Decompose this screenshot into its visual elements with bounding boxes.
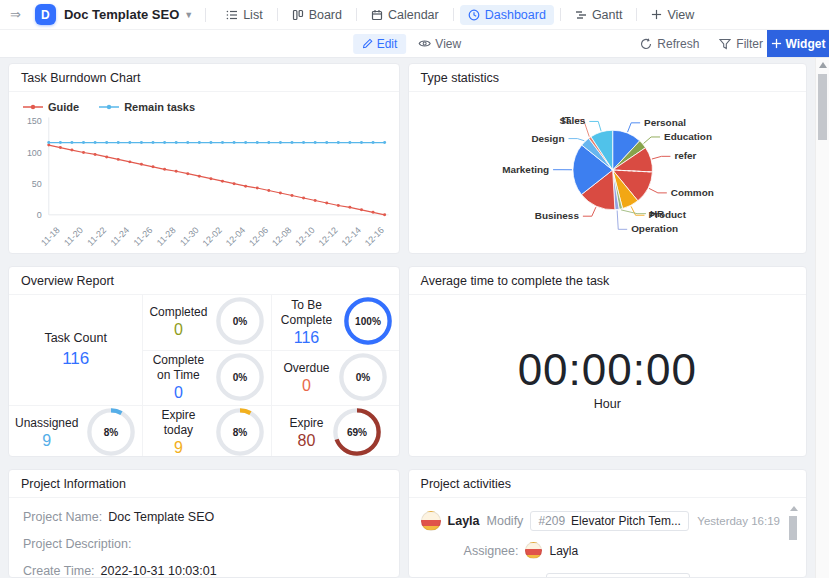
type-statistics-pie-svg: PersonalEducationreferCommonProductHROpe… <box>409 92 806 252</box>
svg-text:0: 0 <box>37 210 42 220</box>
panel-title: Task Burndown Chart <box>9 64 399 92</box>
tab-board[interactable]: Board <box>284 5 350 25</box>
progress-ring-svg: 8% <box>215 407 265 457</box>
scrollbar-thumb[interactable] <box>789 516 797 540</box>
progress-ring-svg: 0% <box>215 352 265 402</box>
activity-row: Miranda Modify #202 Change of Shift Re..… <box>421 566 780 578</box>
divider <box>356 8 357 21</box>
panel-title: Average time to complete the task <box>409 267 806 295</box>
svg-text:8%: 8% <box>104 426 119 437</box>
panel-overview-report: Overview Report Task Count 116 Completed… <box>8 266 400 457</box>
divider <box>205 8 206 22</box>
panel-title: Project Information <box>9 470 399 498</box>
panel-task-burndown: Task Burndown Chart Guide Remain tasks 0… <box>8 63 400 254</box>
assignee-name: Layla <box>549 544 578 558</box>
legend-item-remain-tasks[interactable]: Remain tasks <box>99 101 195 113</box>
progress-ring: 8% <box>86 407 136 458</box>
view-button[interactable]: View <box>418 37 461 51</box>
overview-cell-completed: Completed0 0% <box>142 295 271 350</box>
refresh-button[interactable]: Refresh <box>640 37 699 51</box>
tab-list[interactable]: List <box>218 5 270 25</box>
svg-text:50: 50 <box>32 179 42 189</box>
burndown-legend: Guide Remain tasks <box>9 92 399 113</box>
panel-project-information: Project Information Project Name: Doc Te… <box>8 469 400 578</box>
legend-mark-guide <box>23 103 43 111</box>
add-widget-button[interactable]: Widget <box>767 30 829 57</box>
scrollbar-thumb[interactable] <box>818 74 827 140</box>
svg-text:100: 100 <box>27 148 42 158</box>
svg-text:11-24: 11-24 <box>108 225 131 248</box>
widget-label: Widget <box>786 37 826 51</box>
task-ref: #209 <box>538 514 565 528</box>
tab-list-label: List <box>243 8 262 22</box>
svg-text:11-28: 11-28 <box>155 225 178 248</box>
filter-label: Filter <box>736 37 763 51</box>
divider <box>277 8 278 21</box>
tab-dashboard[interactable]: Dashboard <box>460 5 554 25</box>
project-dropdown-caret[interactable]: ▼ <box>184 10 193 20</box>
filter-button[interactable]: Filter <box>719 37 763 51</box>
task-name: Elevator Pitch Tem... <box>571 514 681 528</box>
legend-mark-remain <box>99 103 119 111</box>
activities-scrollbar[interactable] <box>789 504 798 573</box>
task-link[interactable]: #202 Change of Shift Re... <box>546 573 690 578</box>
edit-button[interactable]: Edit <box>353 34 407 54</box>
filter-icon <box>719 38 731 50</box>
overview-task-count: Task Count 116 <box>9 295 142 405</box>
plus-icon <box>651 9 662 20</box>
progress-ring-svg: 0% <box>338 352 388 402</box>
list-icon <box>226 9 238 21</box>
panel-title: Type statistics <box>409 64 806 92</box>
legend-item-guide[interactable]: Guide <box>23 101 79 113</box>
task-link[interactable]: #209 Elevator Pitch Tem... <box>530 511 689 531</box>
svg-text:11-22: 11-22 <box>85 225 108 248</box>
assignee-label: Assignee: <box>464 544 519 558</box>
svg-text:11-30: 11-30 <box>178 225 201 248</box>
board-icon <box>292 9 304 21</box>
progress-ring-svg: 69% <box>332 407 382 457</box>
average-time-value: 00:00:00 <box>518 345 697 395</box>
progress-ring-svg: 100% <box>343 296 393 346</box>
add-view-button[interactable]: View <box>643 5 702 25</box>
overview-cell-overdue: Overdue0 0% <box>271 350 398 405</box>
legend-label: Remain tasks <box>124 101 195 113</box>
tab-calendar-label: Calendar <box>388 8 439 22</box>
progress-ring: 0% <box>215 296 265 349</box>
scroll-up-arrow[interactable] <box>819 62 827 68</box>
activity-time: Yesterday 16:19 <box>697 515 780 527</box>
legend-label: Guide <box>48 101 79 113</box>
project-logo-letter: D <box>41 8 50 22</box>
svg-text:12-10: 12-10 <box>293 225 316 248</box>
scroll-up-arrow[interactable] <box>790 506 798 511</box>
tab-gantt[interactable]: Gantt <box>567 5 631 25</box>
tab-calendar[interactable]: Calendar <box>363 5 447 25</box>
plus-icon <box>771 38 782 49</box>
project-logo: D <box>35 4 56 25</box>
svg-text:12-08: 12-08 <box>270 225 293 248</box>
view-label: View <box>435 37 461 51</box>
sidebar-collapse-icon[interactable]: ⇒ <box>10 7 21 22</box>
activity-row: Layla Modify #209 Elevator Pitch Tem... … <box>421 504 780 538</box>
dashboard-toolbar: Edit View Refresh Filter Widget <box>0 30 829 58</box>
svg-text:Operation: Operation <box>631 223 678 234</box>
progress-ring: 100% <box>343 296 393 349</box>
svg-text:11-26: 11-26 <box>132 225 155 248</box>
activity-detail-row: Assignee: Layla <box>421 538 780 566</box>
panel-project-activities: Project activities Layla Modify #209 Ele… <box>408 469 807 578</box>
svg-text:Design: Design <box>531 133 564 144</box>
dashboard-clock-icon <box>468 9 480 21</box>
progress-ring: 8% <box>215 407 265 458</box>
page-scrollbar[interactable] <box>815 58 829 578</box>
activity-user: Layla <box>448 514 480 528</box>
svg-text:Education: Education <box>664 131 712 142</box>
svg-text:Sales: Sales <box>559 115 585 126</box>
progress-ring-svg: 8% <box>86 407 136 457</box>
tab-dashboard-label: Dashboard <box>485 8 546 22</box>
project-info-row: Project Name: Doc Template SEO <box>23 510 385 524</box>
top-navbar: ⇒ D Doc Template SEO ▼ List Board Calend… <box>0 0 829 30</box>
progress-ring: 0% <box>338 352 388 405</box>
svg-text:150: 150 <box>27 116 42 126</box>
calendar-icon <box>371 9 383 21</box>
svg-text:Business: Business <box>534 210 579 221</box>
svg-text:refer: refer <box>674 150 696 161</box>
